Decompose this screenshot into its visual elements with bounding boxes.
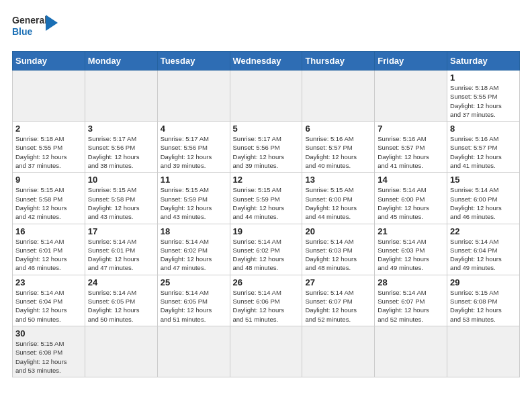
calendar-day-cell — [230, 326, 302, 377]
day-info: Sunrise: 5:14 AM Sunset: 6:00 PM Dayligh… — [378, 185, 444, 221]
day-number: 13 — [305, 175, 371, 185]
day-info: Sunrise: 5:17 AM Sunset: 5:56 PM Dayligh… — [233, 134, 300, 170]
calendar-day-cell: 30Sunrise: 5:15 AM Sunset: 6:08 PM Dayli… — [13, 326, 85, 377]
day-number: 15 — [450, 175, 517, 185]
logo-general: General — [12, 15, 50, 26]
weekday-header-sunday: Sunday — [13, 52, 85, 71]
day-number: 11 — [161, 175, 227, 185]
calendar-day-cell: 17Sunrise: 5:14 AM Sunset: 6:01 PM Dayli… — [85, 224, 157, 275]
day-info: Sunrise: 5:15 AM Sunset: 5:59 PM Dayligh… — [161, 185, 227, 221]
day-number: 6 — [305, 124, 371, 134]
day-number: 25 — [161, 277, 227, 287]
day-info: Sunrise: 5:14 AM Sunset: 6:04 PM Dayligh… — [15, 288, 82, 324]
calendar-day-cell: 25Sunrise: 5:14 AM Sunset: 6:05 PM Dayli… — [157, 275, 230, 326]
day-number: 20 — [305, 226, 371, 236]
day-info: Sunrise: 5:17 AM Sunset: 5:56 PM Dayligh… — [88, 134, 154, 170]
calendar-day-cell: 29Sunrise: 5:15 AM Sunset: 6:08 PM Dayli… — [447, 275, 520, 326]
day-info: Sunrise: 5:14 AM Sunset: 6:02 PM Dayligh… — [233, 237, 300, 273]
calendar-week-row: 9Sunrise: 5:15 AM Sunset: 5:58 PM Daylig… — [13, 173, 520, 224]
day-number: 23 — [15, 277, 82, 287]
day-info: Sunrise: 5:14 AM Sunset: 6:01 PM Dayligh… — [88, 237, 154, 273]
day-number: 17 — [88, 226, 154, 236]
day-info: Sunrise: 5:15 AM Sunset: 5:59 PM Dayligh… — [233, 185, 300, 221]
calendar-day-cell — [375, 326, 447, 377]
day-number: 1 — [450, 73, 517, 83]
day-number: 3 — [88, 124, 154, 134]
day-number: 24 — [88, 277, 154, 287]
day-info: Sunrise: 5:14 AM Sunset: 6:07 PM Dayligh… — [305, 288, 371, 324]
day-number: 9 — [15, 175, 82, 185]
day-info: Sunrise: 5:15 AM Sunset: 6:08 PM Dayligh… — [15, 339, 82, 375]
calendar-day-cell: 9Sunrise: 5:15 AM Sunset: 5:58 PM Daylig… — [13, 173, 85, 224]
day-number: 27 — [305, 277, 371, 287]
calendar-day-cell — [85, 326, 157, 377]
day-number: 16 — [15, 226, 82, 236]
calendar-day-cell: 16Sunrise: 5:14 AM Sunset: 6:01 PM Dayli… — [13, 224, 85, 275]
day-info: Sunrise: 5:18 AM Sunset: 5:55 PM Dayligh… — [450, 83, 517, 119]
calendar-day-cell: 24Sunrise: 5:14 AM Sunset: 6:05 PM Dayli… — [85, 275, 157, 326]
calendar-day-cell: 28Sunrise: 5:14 AM Sunset: 6:07 PM Dayli… — [375, 275, 447, 326]
logo: General Blue — [12, 12, 50, 47]
day-number: 19 — [233, 226, 300, 236]
calendar-day-cell: 12Sunrise: 5:15 AM Sunset: 5:59 PM Dayli… — [230, 173, 302, 224]
day-number: 18 — [161, 226, 227, 236]
calendar-day-cell: 23Sunrise: 5:14 AM Sunset: 6:04 PM Dayli… — [13, 275, 85, 326]
calendar-day-cell — [302, 326, 375, 377]
day-number: 4 — [161, 124, 227, 134]
calendar-week-row: 16Sunrise: 5:14 AM Sunset: 6:01 PM Dayli… — [13, 224, 520, 275]
day-number: 8 — [450, 124, 517, 134]
logo-triangle-icon — [46, 15, 58, 35]
day-info: Sunrise: 5:17 AM Sunset: 5:56 PM Dayligh… — [161, 134, 227, 170]
day-number: 5 — [233, 124, 300, 134]
day-info: Sunrise: 5:15 AM Sunset: 6:00 PM Dayligh… — [305, 185, 371, 221]
day-number: 29 — [450, 277, 517, 287]
calendar-day-cell: 20Sunrise: 5:14 AM Sunset: 6:03 PM Dayli… — [302, 224, 375, 275]
calendar-day-cell: 5Sunrise: 5:17 AM Sunset: 5:56 PM Daylig… — [230, 122, 302, 173]
calendar-day-cell: 8Sunrise: 5:16 AM Sunset: 5:57 PM Daylig… — [447, 122, 520, 173]
calendar-week-row: 2Sunrise: 5:18 AM Sunset: 5:55 PM Daylig… — [13, 122, 520, 173]
day-info: Sunrise: 5:16 AM Sunset: 5:57 PM Dayligh… — [378, 134, 444, 170]
day-info: Sunrise: 5:14 AM Sunset: 6:07 PM Dayligh… — [378, 288, 444, 324]
day-info: Sunrise: 5:16 AM Sunset: 5:57 PM Dayligh… — [305, 134, 371, 170]
calendar-day-cell: 2Sunrise: 5:18 AM Sunset: 5:55 PM Daylig… — [13, 122, 85, 173]
day-number: 7 — [378, 124, 444, 134]
calendar-day-cell: 15Sunrise: 5:14 AM Sunset: 6:00 PM Dayli… — [447, 173, 520, 224]
day-info: Sunrise: 5:14 AM Sunset: 6:05 PM Dayligh… — [88, 288, 154, 324]
calendar-day-cell: 7Sunrise: 5:16 AM Sunset: 5:57 PM Daylig… — [375, 122, 447, 173]
weekday-header-saturday: Saturday — [447, 52, 520, 71]
day-info: Sunrise: 5:14 AM Sunset: 6:04 PM Dayligh… — [450, 237, 517, 273]
day-number: 2 — [15, 124, 82, 134]
calendar-day-cell: 14Sunrise: 5:14 AM Sunset: 6:00 PM Dayli… — [375, 173, 447, 224]
day-info: Sunrise: 5:14 AM Sunset: 6:03 PM Dayligh… — [305, 237, 371, 273]
day-info: Sunrise: 5:18 AM Sunset: 5:55 PM Dayligh… — [15, 134, 82, 170]
day-info: Sunrise: 5:14 AM Sunset: 6:02 PM Dayligh… — [161, 237, 227, 273]
day-info: Sunrise: 5:15 AM Sunset: 5:58 PM Dayligh… — [88, 185, 154, 221]
weekday-header-friday: Friday — [375, 52, 447, 71]
weekday-header-thursday: Thursday — [302, 52, 375, 71]
day-number: 28 — [378, 277, 444, 287]
day-info: Sunrise: 5:15 AM Sunset: 5:58 PM Dayligh… — [15, 185, 82, 221]
page-header: General Blue — [12, 12, 520, 47]
calendar-day-cell — [302, 71, 375, 122]
calendar-day-cell: 21Sunrise: 5:14 AM Sunset: 6:03 PM Dayli… — [375, 224, 447, 275]
calendar-day-cell — [13, 71, 85, 122]
calendar-day-cell: 13Sunrise: 5:15 AM Sunset: 6:00 PM Dayli… — [302, 173, 375, 224]
calendar-day-cell: 4Sunrise: 5:17 AM Sunset: 5:56 PM Daylig… — [157, 122, 230, 173]
day-info: Sunrise: 5:14 AM Sunset: 6:00 PM Dayligh… — [450, 185, 517, 221]
day-info: Sunrise: 5:14 AM Sunset: 6:05 PM Dayligh… — [161, 288, 227, 324]
day-number: 22 — [450, 226, 517, 236]
calendar-day-cell — [447, 326, 520, 377]
calendar-table: SundayMondayTuesdayWednesdayThursdayFrid… — [12, 51, 520, 377]
calendar-day-cell: 10Sunrise: 5:15 AM Sunset: 5:58 PM Dayli… — [85, 173, 157, 224]
calendar-header-row: SundayMondayTuesdayWednesdayThursdayFrid… — [13, 52, 520, 71]
day-info: Sunrise: 5:14 AM Sunset: 6:03 PM Dayligh… — [378, 237, 444, 273]
weekday-header-wednesday: Wednesday — [230, 52, 302, 71]
calendar-day-cell: 18Sunrise: 5:14 AM Sunset: 6:02 PM Dayli… — [157, 224, 230, 275]
calendar-day-cell: 3Sunrise: 5:17 AM Sunset: 5:56 PM Daylig… — [85, 122, 157, 173]
calendar-week-row: 1Sunrise: 5:18 AM Sunset: 5:55 PM Daylig… — [13, 71, 520, 122]
logo-blue: Blue — [12, 26, 50, 38]
calendar-day-cell: 19Sunrise: 5:14 AM Sunset: 6:02 PM Dayli… — [230, 224, 302, 275]
day-info: Sunrise: 5:14 AM Sunset: 6:01 PM Dayligh… — [15, 237, 82, 273]
weekday-header-monday: Monday — [85, 52, 157, 71]
calendar-day-cell: 22Sunrise: 5:14 AM Sunset: 6:04 PM Dayli… — [447, 224, 520, 275]
